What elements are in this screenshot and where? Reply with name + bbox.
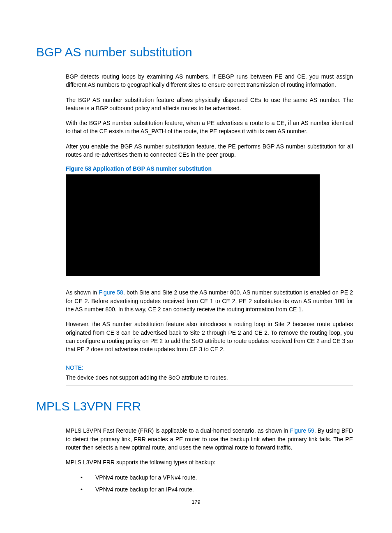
figure-reference-link[interactable]: Figure 59 — [290, 427, 314, 434]
section-heading-bgp: BGP AS number substitution — [36, 45, 353, 59]
list-item: VPNv4 route backup for a VPNv4 route. — [36, 473, 353, 482]
page-number: 179 — [0, 499, 392, 505]
paragraph: However, the AS number substitution feat… — [36, 320, 353, 353]
figure-diagram-placeholder — [66, 174, 320, 276]
note-box: NOTE: The device does not support adding… — [66, 360, 353, 385]
paragraph: The BGP AS number substitution feature a… — [36, 96, 353, 113]
note-label: NOTE: — [66, 364, 353, 371]
paragraph: MPLS L3VPN Fast Reroute (FRR) is applica… — [36, 426, 353, 452]
note-content: The device does not support adding the S… — [66, 374, 353, 381]
text-span: MPLS L3VPN Fast Reroute (FRR) is applica… — [66, 427, 290, 434]
figure-reference-link[interactable]: Figure 58 — [99, 289, 123, 296]
paragraph: MPLS L3VPN FRR supports the following ty… — [36, 458, 353, 466]
figure-caption: Figure 58 Application of BGP AS number s… — [36, 165, 353, 172]
paragraph: With the BGP AS number substitution feat… — [36, 119, 353, 136]
paragraph: BGP detects routing loops by examining A… — [36, 72, 353, 89]
paragraph: As shown in Figure 58, both Site and Sit… — [36, 288, 353, 313]
paragraph: After you enable the BGP AS number subst… — [36, 142, 353, 159]
list-item: VPNv4 route backup for an IPv4 route. — [36, 485, 353, 494]
section-heading-mpls: MPLS L3VPN FRR — [36, 399, 353, 413]
text-span: As shown in — [66, 289, 99, 296]
